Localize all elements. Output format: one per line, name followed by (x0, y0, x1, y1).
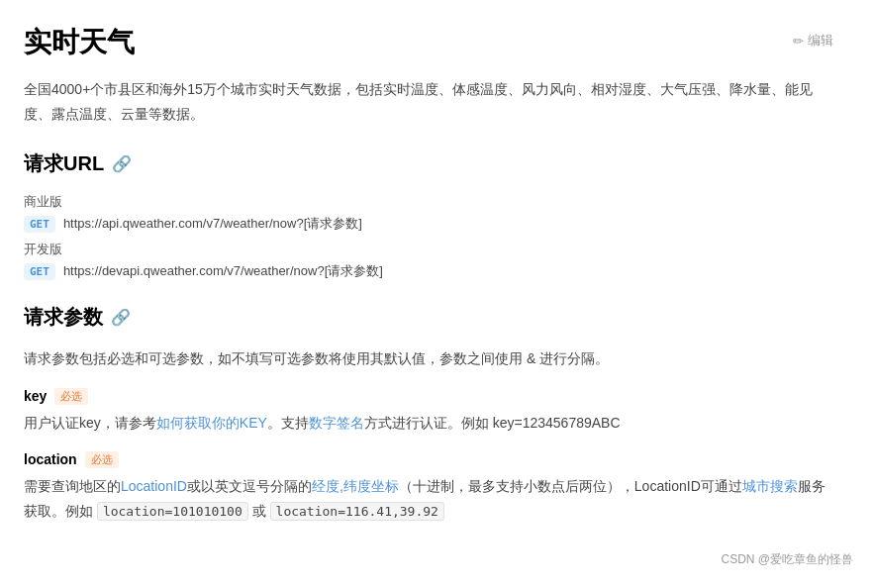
code-location-id: location=101010100 (97, 502, 248, 521)
page-title: 实时天气 (24, 24, 135, 61)
commercial-url-line: GET https://api.qweather.com/v7/weather/… (24, 215, 833, 233)
request-params-title: 请求参数 🔗 (24, 304, 833, 331)
commercial-label: 商业版 (24, 193, 833, 211)
edit-label: 编辑 (808, 32, 833, 49)
page-description: 全国4000+个市县区和海外15万个城市实时天气数据，包括实时温度、体感温度、风… (24, 77, 833, 127)
code-location-coord: location=116.41,39.92 (270, 502, 444, 521)
param-key-required-badge: 必选 (54, 388, 88, 405)
link-anchor-icon-2[interactable]: 🔗 (111, 308, 131, 327)
request-url-title: 请求URL 🔗 (24, 150, 833, 177)
get-badge-commercial: GET (24, 216, 55, 233)
link-location-id[interactable]: LocationID (121, 478, 187, 494)
param-location-name-row: location 必选 (24, 451, 833, 468)
get-badge-dev: GET (24, 263, 55, 280)
param-key-detail: 用户认证key，请参考如何获取你的KEY。支持数字签名方式进行认证。例如 key… (24, 411, 833, 436)
params-description: 请求参数包括必选和可选参数，如不填写可选参数将使用其默认值，参数之间使用 & 进… (24, 346, 833, 371)
page-header: 实时天气 ✏ 编辑 (24, 24, 833, 61)
commercial-url-block: 商业版 GET https://api.qweather.com/v7/weat… (24, 193, 833, 233)
footer-watermark: CSDN @爱吃章鱼的怪兽 (721, 551, 853, 568)
param-location-required-badge: 必选 (85, 451, 119, 468)
commercial-url-text: https://api.qweather.com/v7/weather/now?… (63, 215, 362, 233)
dev-url-line: GET https://devapi.qweather.com/v7/weath… (24, 262, 833, 280)
param-key-name: key (24, 388, 47, 404)
link-anchor-icon[interactable]: 🔗 (112, 154, 132, 173)
link-coordinate[interactable]: 经度,纬度坐标 (312, 478, 399, 494)
param-location-name: location (24, 451, 77, 467)
link-how-to-get-key[interactable]: 如何获取你的KEY (156, 415, 267, 431)
param-key-name-row: key 必选 (24, 388, 833, 405)
link-city-search[interactable]: 城市搜索 (742, 478, 798, 494)
edit-button[interactable]: ✏ 编辑 (793, 32, 833, 49)
dev-label: 开发版 (24, 241, 833, 258)
dev-url-block: 开发版 GET https://devapi.qweather.com/v7/w… (24, 241, 833, 280)
dev-url-text: https://devapi.qweather.com/v7/weather/n… (63, 262, 383, 280)
link-digital-signature[interactable]: 数字签名 (309, 415, 364, 431)
edit-icon: ✏ (793, 34, 804, 49)
param-location-detail: 需要查询地区的LocationID或以英文逗号分隔的经度,纬度坐标（十进制，最多… (24, 474, 833, 524)
